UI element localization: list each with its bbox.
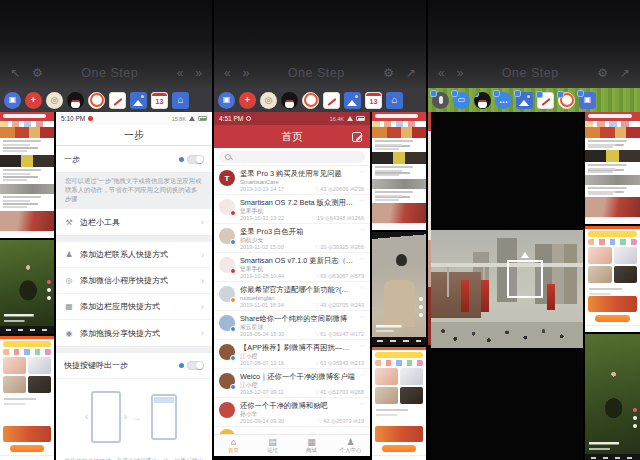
weibo-icon[interactable] xyxy=(302,92,319,109)
tab-store[interactable]: ▦ 商城 xyxy=(292,435,331,456)
item-label: 添加边栏联系人快捷方式 xyxy=(80,249,195,260)
qq-icon[interactable] xyxy=(67,92,84,109)
search-bar[interactable] xyxy=(214,148,370,166)
notes-icon[interactable] xyxy=(323,92,340,109)
more-icon[interactable]: ⋯ xyxy=(359,284,366,292)
more-icon[interactable]: ⋯ xyxy=(359,400,366,408)
smartisan-icon[interactable]: ◎ xyxy=(260,92,277,109)
forum-post-row[interactable]: 坚果 Pro3 白色开箱 拍机少女 2019-11-02 15:00 ♡10 ◎… xyxy=(214,224,370,253)
settings-shortcut-item[interactable]: ▦ 添加边栏应用快捷方式 › xyxy=(56,294,212,320)
selection-box[interactable] xyxy=(507,260,543,298)
thumbnail-video-app[interactable] xyxy=(585,334,640,460)
gallery-icon[interactable] xyxy=(516,92,533,109)
more-icon[interactable]: ⋯ xyxy=(359,226,366,234)
news-thumb-header xyxy=(0,112,54,121)
compose-icon[interactable] xyxy=(352,132,362,142)
calendar-icon[interactable]: 13 xyxy=(151,92,168,109)
net-speed: 16.4K xyxy=(330,116,344,122)
forum-post-row[interactable]: Smartisan OS 7.2 Beta 版众测用户招募（坚… 坚果手机 20… xyxy=(214,195,370,224)
sidebar-widgets-item[interactable]: ⚒ 边栏小工具 › xyxy=(56,209,212,235)
settings-description: 您可以通过“一步”拖拽文字或将信息发送至应用或联系人的动作，节省在不同应用之间切… xyxy=(56,173,212,209)
avatar-badge xyxy=(230,326,236,332)
more-icon[interactable]: ⋯ xyxy=(359,168,366,176)
forum-post-row[interactable]: Smartisan OS v7.1.0 更新日志（坚果 Pro 3） 坚果手机 … xyxy=(214,253,370,282)
collapse-left-icon[interactable]: « xyxy=(438,67,445,79)
phone-2: « » One Step ⚙ ↗ ▣+◎13⌂ 4:51 PM 16.4K 首页 xyxy=(214,0,426,460)
news-thumb-text xyxy=(585,185,640,197)
expand-right-icon[interactable]: » xyxy=(195,67,202,79)
gear-icon[interactable]: ⚙ xyxy=(597,67,608,79)
more-icon[interactable]: ⋯ xyxy=(359,255,366,263)
app-dock-grass: ▭…▣ xyxy=(428,88,640,112)
one-step-toggle[interactable] xyxy=(179,155,204,164)
more-icon[interactable]: ⋯ xyxy=(359,342,366,350)
computer-icon[interactable]: ▭ xyxy=(453,92,470,109)
master-toggle-row[interactable]: 一步 xyxy=(56,146,212,172)
thumbnail-video-app[interactable] xyxy=(0,240,54,334)
back-arrow-icon[interactable]: ↖ xyxy=(10,67,20,79)
forum-post-row[interactable]: 还你一个干净的微博和贴吧 孙小辛 2016-09-14 09:30 ♡42 ◎2… xyxy=(214,398,370,427)
screenshot-icon[interactable]: ▣ xyxy=(218,92,235,109)
thumbnail-shopping-app[interactable] xyxy=(585,226,640,332)
forum-post-row[interactable]: 【APP推荐】刷微博不再困扰——值得一试的第… 江小橙 2017-08-07 1… xyxy=(214,340,370,369)
gear-icon[interactable]: ⚙ xyxy=(32,67,43,79)
smartisan-icon[interactable]: ◎ xyxy=(46,92,63,109)
city-photo[interactable] xyxy=(431,230,583,348)
thumbnail-news-app[interactable] xyxy=(585,112,640,224)
voice-icon[interactable] xyxy=(432,92,449,109)
album-icon[interactable]: ▣ xyxy=(579,92,596,109)
tab-home[interactable]: ⌂ 首页 xyxy=(214,435,253,456)
notes-icon[interactable] xyxy=(537,92,554,109)
post-author: 坚果手机 xyxy=(240,208,365,216)
forum-post-row-partial[interactable] xyxy=(214,427,370,434)
qq-icon[interactable] xyxy=(474,92,491,109)
tab-forum[interactable]: ▤ 论坛 xyxy=(253,435,292,456)
weibo-icon[interactable] xyxy=(88,92,105,109)
item-label: 添加微信小程序快捷方式 xyxy=(80,275,195,286)
fullscreen-arrow-icon[interactable]: ↗ xyxy=(620,67,630,79)
tab-label: 首页 xyxy=(228,447,239,454)
messages-icon[interactable]: … xyxy=(495,92,512,109)
quick-key-toggle[interactable] xyxy=(179,361,204,370)
collapse-left-icon[interactable]: « xyxy=(177,67,184,79)
calendar-icon[interactable]: 13 xyxy=(365,92,382,109)
notes-icon[interactable] xyxy=(109,92,126,109)
thumbnail-video-man[interactable] xyxy=(372,232,426,345)
more-icon[interactable]: ⋯ xyxy=(359,197,366,205)
forum-post-row[interactable]: T 坚果 Pro 3 购买及使用常见问题 SmartisanCare 2019-… xyxy=(214,166,370,195)
more-icon[interactable]: ⋯ xyxy=(359,371,366,379)
health-icon[interactable]: + xyxy=(25,92,42,109)
screenshot-icon[interactable]: ▣ xyxy=(4,92,21,109)
one-step-badge-icon xyxy=(514,90,521,97)
settings-shortcut-item[interactable]: ◎ 添加微信小程序快捷方式 › xyxy=(56,268,212,294)
news-thumb-text xyxy=(372,189,426,203)
fullscreen-arrow-icon[interactable]: ↗ xyxy=(406,67,416,79)
market-icon[interactable]: ⌂ xyxy=(172,92,189,109)
collapse-left-icon[interactable]: « xyxy=(224,67,231,79)
expand-right-icon[interactable]: » xyxy=(457,67,464,79)
settings-shortcut-item[interactable]: ♟ 添加边栏联系人快捷方式 › xyxy=(56,242,212,268)
search-input[interactable] xyxy=(219,151,365,163)
market-icon[interactable]: ⌂ xyxy=(386,92,403,109)
thumbnail-news-app[interactable] xyxy=(372,112,426,230)
thumbnail-shopping-app[interactable] xyxy=(0,336,54,460)
gear-icon[interactable]: ⚙ xyxy=(383,67,394,79)
more-icon[interactable]: ⋯ xyxy=(359,313,366,321)
health-icon[interactable]: + xyxy=(239,92,256,109)
forum-post-row[interactable]: Weico｜还你一个干净的微博客户端 江小橙 2018-12-07 09:11 … xyxy=(214,369,370,398)
gallery-icon[interactable] xyxy=(344,92,361,109)
weibo-icon[interactable] xyxy=(558,92,575,109)
settings-shortcut-item[interactable]: ◉ 添加拖拽分享快捷方式 › xyxy=(56,320,212,346)
gallery-icon[interactable] xyxy=(130,92,147,109)
qq-icon[interactable] xyxy=(281,92,298,109)
quick-key-toggle-row[interactable]: 快捷按键呼出一步 xyxy=(56,353,212,379)
thumbnail-shopping-app[interactable] xyxy=(372,347,426,460)
tab-user[interactable]: ♟ 个人中心 xyxy=(331,435,370,456)
post-title: Smartisan OS 7.2 Beta 版众测用户招募（坚… xyxy=(240,198,365,208)
expand-right-icon[interactable]: » xyxy=(243,67,250,79)
forum-post-row[interactable]: Share给你一个纯粹的空间刷微博 茉云星球 2018-05-24 15:30 … xyxy=(214,311,370,340)
wrench-icon: ⚒ xyxy=(64,218,74,227)
forum-post-row[interactable]: 你最希望官方适配哪个新功能?(网页端投票，申… ruixuebinglan 20… xyxy=(214,282,370,311)
thumbnail-news-app[interactable] xyxy=(0,112,54,238)
avatar xyxy=(219,344,235,360)
